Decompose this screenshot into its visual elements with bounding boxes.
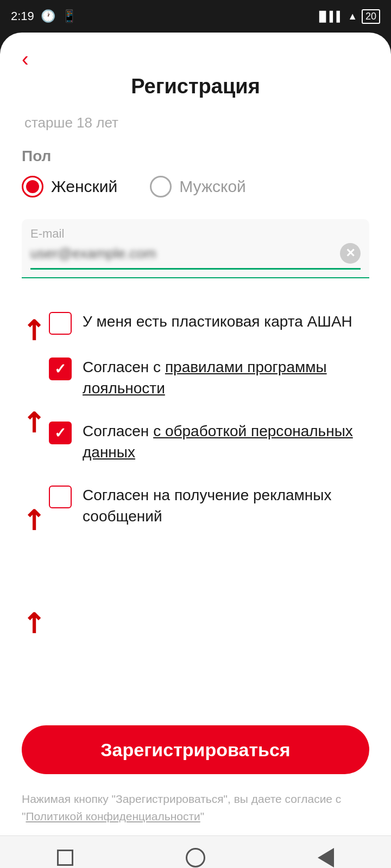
- age-hint: старше 18 лет: [22, 114, 369, 131]
- content-area: ‹ Регистрация старше 18 лет Пол Женский: [0, 33, 391, 714]
- checkbox-plastic-card-text: У меня есть пластиковая карта АШАН: [83, 311, 369, 332]
- checkbox-loyalty: ✓ Согласен с правилами программы лояльно…: [49, 346, 369, 410]
- arrow-1: ↗: [15, 312, 51, 347]
- email-input[interactable]: [30, 245, 340, 262]
- email-value-row: ✕: [30, 243, 361, 264]
- circle-nav-icon: [186, 848, 205, 867]
- message-icon: 📱: [62, 9, 77, 23]
- radio-female-inner: [26, 180, 39, 193]
- privacy-notice: Нажимая кнопку "Зарегистрироваться", вы …: [0, 785, 391, 835]
- checkbox-plastic-card: У меня есть пластиковая карта АШАН: [49, 300, 369, 346]
- privacy-policy-link[interactable]: Политикой конфиденциальности: [26, 810, 200, 822]
- back-button[interactable]: ‹: [22, 49, 29, 69]
- checkbox-ads-text: Согласен на получение рекламных сообщени…: [83, 484, 369, 527]
- gender-options: Женский Мужской: [22, 176, 369, 197]
- page-title: Регистрация: [22, 75, 369, 98]
- checkmark-loyalty: ✓: [54, 362, 66, 376]
- app-container: ‹ Регистрация старше 18 лет Пол Женский: [0, 33, 391, 835]
- checkboxes-area: ↗ У меня есть пластиковая карта АШАН ↗ ✓…: [22, 300, 369, 538]
- bottom-nav: [0, 835, 391, 868]
- square-nav-icon: [57, 850, 73, 866]
- register-button[interactable]: Зарегистрироваться: [22, 725, 369, 774]
- arrow-left-nav-icon: [318, 848, 334, 867]
- personal-data-link[interactable]: с обработкой персональных данных: [83, 423, 353, 461]
- status-bar: 2:19 🕐 📱 ▐▌▌▌ ▲ 20: [0, 0, 391, 33]
- checkbox-ads-box[interactable]: [49, 486, 72, 508]
- email-label: E-mail: [30, 227, 361, 241]
- radio-female-outer: [22, 176, 43, 197]
- register-button-label: Зарегистрироваться: [100, 739, 290, 761]
- loyalty-link[interactable]: правилами программы лояльности: [83, 359, 327, 397]
- checkbox-personal-data-text: Согласен с обработкой персональных данны…: [83, 420, 369, 463]
- arrow-4: ↗: [15, 605, 51, 640]
- time-display: 2:19: [11, 9, 34, 23]
- email-clear-button[interactable]: ✕: [340, 243, 361, 264]
- gender-section: Пол Женский Мужской: [22, 148, 369, 197]
- back-icon: ‹: [22, 48, 29, 71]
- wifi-icon: ▲: [348, 11, 357, 22]
- nav-home-button[interactable]: [179, 844, 212, 869]
- gender-male-label: Мужской: [179, 177, 246, 196]
- battery-display: 20: [362, 9, 380, 24]
- checkbox-ads: Согласен на получение рекламных сообщени…: [49, 474, 369, 538]
- checkbox-plastic-card-box[interactable]: [49, 312, 72, 335]
- alarm-icon: 🕐: [41, 9, 55, 23]
- status-right: ▐▌▌▌ ▲ 20: [316, 9, 380, 24]
- gender-female-label: Женский: [51, 177, 117, 196]
- arrow-2: ↗: [15, 404, 51, 439]
- arrow-3: ↗: [15, 502, 51, 537]
- status-left: 2:19 🕐 📱: [11, 9, 77, 23]
- checkbox-personal-data-box[interactable]: ✓: [49, 422, 72, 444]
- gender-label: Пол: [22, 148, 369, 165]
- nav-square-button[interactable]: [49, 844, 81, 869]
- checkbox-personal-data: ✓ Согласен с обработкой персональных дан…: [49, 410, 369, 474]
- close-icon: ✕: [345, 247, 355, 259]
- signal-icon: ▐▌▌▌: [316, 11, 343, 22]
- email-underline: [30, 268, 361, 270]
- gender-male[interactable]: Мужской: [150, 176, 246, 197]
- gender-female[interactable]: Женский: [22, 176, 117, 197]
- checkbox-loyalty-text: Согласен с правилами программы лояльност…: [83, 356, 369, 399]
- checkmark-personal: ✓: [54, 426, 66, 440]
- radio-male-outer: [150, 176, 172, 197]
- nav-back-button[interactable]: [310, 844, 342, 869]
- checkbox-loyalty-box[interactable]: ✓: [49, 358, 72, 380]
- email-field-container: E-mail ✕: [22, 219, 369, 278]
